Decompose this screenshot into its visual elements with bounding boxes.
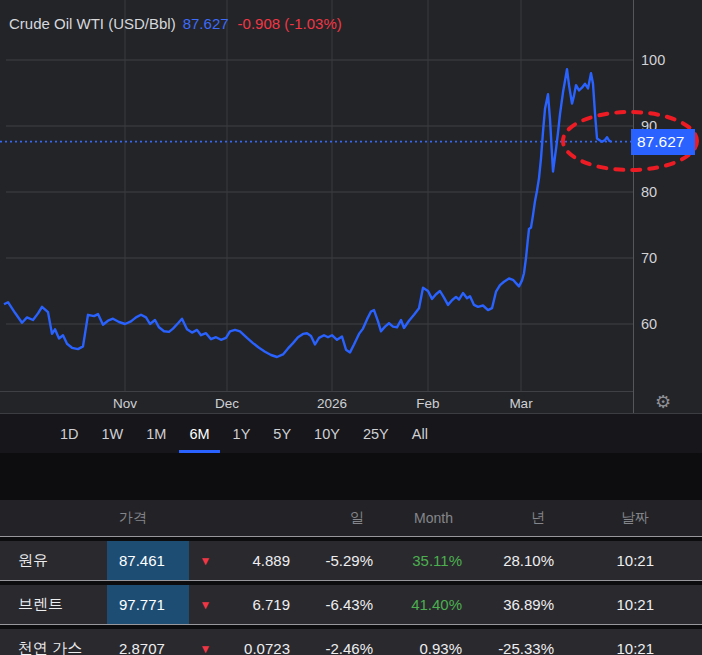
price-chart[interactable]: Crude Oil WTI (USD/Bbl)87.627-0.908 (-1.… [0,0,702,413]
instrument-name: Crude Oil WTI (USD/Bbl) [9,15,176,32]
price-change: -0.908 (-1.03%) [238,15,342,32]
price-cell: 97.771 [107,585,189,624]
x-axis-tick-label: Mar [509,395,532,410]
timeframe-button-1y[interactable]: 1Y [231,414,253,453]
y-axis-line [633,0,634,413]
timeframe-button-6m[interactable]: 6M [187,414,211,453]
timeframe-button-1d[interactable]: 1D [58,414,81,453]
y-axis-tick-label: 100 [641,52,665,68]
month-pct-cell: 41.40% [373,585,462,624]
table-header-row: 가격 일 Month 년 날짜 [0,500,702,536]
quotes-table: 가격 일 Month 년 날짜 원유 87.461 ▼ 4.889 -5.29%… [0,500,702,655]
day-pct-cell: -2.46% [290,629,373,655]
timeframe-button-1m[interactable]: 1M [144,414,168,453]
instrument-label: 천연 가스 [0,629,107,655]
chart-bottom-border [0,391,633,392]
timeframe-button-25y[interactable]: 25Y [361,414,391,453]
price-line [4,69,611,357]
chart-title-row: Crude Oil WTI (USD/Bbl)87.627-0.908 (-1.… [9,15,342,32]
header-spacer [222,500,290,536]
instrument-label: 브렌트 [0,585,107,624]
down-triangle-icon: ▼ [189,541,222,580]
down-triangle-icon: ▼ [189,629,222,655]
day-pct-cell: -6.43% [290,585,373,624]
timeframe-button-1w[interactable]: 1W [100,414,126,453]
table-row-crude-oil[interactable]: 원유 87.461 ▼ 4.889 -5.29% 35.11% 28.10% 1… [0,541,702,580]
header-spacer [189,500,222,536]
month-pct-cell: 0.93% [373,629,462,655]
header-month: Month [373,500,462,536]
time-cell: 10:21 [554,541,702,580]
last-price: 87.627 [183,15,229,32]
header-spacer [0,500,107,536]
change-cell: 0.0723 [222,629,290,655]
y-axis-tick-label: 70 [641,250,657,266]
day-pct-cell: -5.29% [290,541,373,580]
current-price-tag: 87.627 [631,129,695,155]
timeframe-button-10y[interactable]: 10Y [312,414,342,453]
section-divider [0,453,702,500]
header-date: 날짜 [554,500,702,536]
down-triangle-icon: ▼ [189,585,222,624]
chart-canvas[interactable] [0,0,702,413]
change-cell: 6.719 [222,585,290,624]
timeframe-bar: 1D1W1M6M1Y5Y10Y25YAll [0,413,702,453]
y-axis-tick-label: 60 [641,316,657,332]
table-row-natural-gas[interactable]: 천연 가스 2.8707 ▼ 0.0723 -2.46% 0.93% -25.3… [0,629,702,655]
table-row-brent[interactable]: 브렌트 97.771 ▼ 6.719 -6.43% 41.40% 36.89% … [0,585,702,624]
time-cell: 10:21 [554,585,702,624]
time-cell: 10:21 [554,629,702,655]
trading-widget: Crude Oil WTI (USD/Bbl)87.627-0.908 (-1.… [0,0,702,655]
price-cell: 2.8707 [107,629,189,655]
x-axis-tick-label: Feb [416,395,439,410]
y-axis-tick-label: 80 [641,184,657,200]
x-axis[interactable]: NovDec2026FebMar [0,392,702,413]
timeframe-button-5y[interactable]: 5Y [271,414,293,453]
year-pct-cell: 28.10% [462,541,554,580]
year-pct-cell: 36.89% [462,585,554,624]
timeframe-button-all[interactable]: All [410,414,430,453]
header-year: 년 [462,500,554,536]
month-pct-cell: 35.11% [373,541,462,580]
x-axis-tick-label: 2026 [317,395,347,410]
header-day: 일 [290,500,373,536]
x-axis-tick-label: Dec [215,395,239,410]
change-cell: 4.889 [222,541,290,580]
price-cell: 87.461 [107,541,189,580]
header-price: 가격 [107,500,189,536]
settings-gear-icon[interactable]: ⚙ [651,391,675,413]
year-pct-cell: -25.33% [462,629,554,655]
instrument-label: 원유 [0,541,107,580]
x-axis-tick-label: Nov [113,395,137,410]
